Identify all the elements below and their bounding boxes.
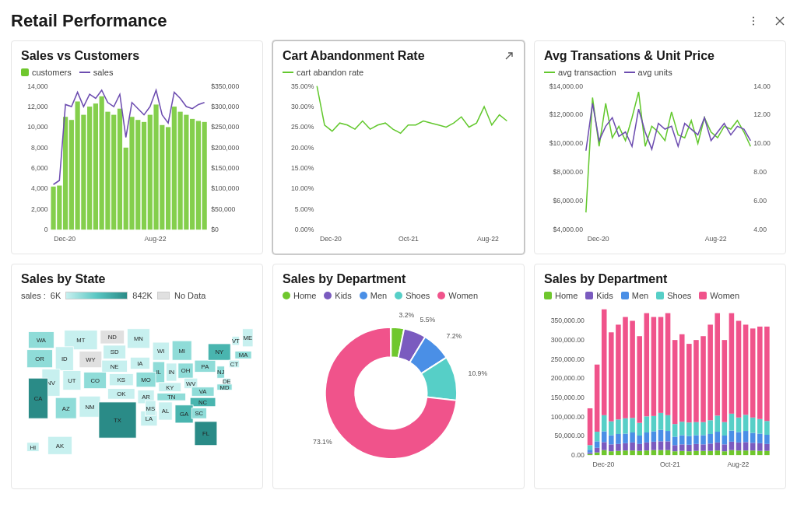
legend-shoes: Shoes	[406, 291, 430, 300]
svg-rect-220	[637, 337, 642, 423]
svg-text:14,000: 14,000	[27, 82, 48, 90]
svg-rect-235	[658, 317, 664, 413]
svg-point-2	[753, 24, 754, 26]
svg-rect-136	[29, 379, 48, 419]
sales-customers-chart: 02,0004,0006,0008,00010,00012,00014,000$…	[21, 80, 253, 244]
svg-rect-33	[135, 120, 140, 229]
svg-rect-44	[202, 122, 207, 229]
svg-text:$12,000.00: $12,000.00	[549, 110, 583, 118]
svg-rect-244	[672, 425, 678, 437]
card-sales-vs-customers: Sales vs Customers customers sales 02,00…	[11, 40, 263, 254]
legend-kids: Kids	[596, 291, 613, 300]
legend-customers: customers	[32, 68, 72, 77]
svg-rect-201	[616, 451, 621, 455]
card-title: Sales by Department	[283, 272, 514, 286]
svg-rect-272	[714, 443, 720, 450]
svg-rect-285	[729, 313, 735, 414]
gradient-bar	[65, 292, 128, 299]
svg-rect-287	[736, 443, 742, 450]
svg-rect-191	[602, 450, 607, 455]
svg-rect-258	[693, 436, 699, 444]
svg-point-0	[753, 17, 754, 19]
svg-rect-228	[651, 432, 657, 442]
map-legend-label: sales :	[21, 291, 46, 300]
svg-rect-206	[623, 451, 628, 456]
svg-text:Dec-20: Dec-20	[54, 235, 75, 243]
svg-rect-198	[609, 436, 614, 445]
svg-rect-98	[166, 363, 176, 381]
svg-rect-194	[602, 415, 607, 432]
svg-rect-290	[736, 321, 742, 418]
svg-rect-302	[757, 443, 763, 451]
close-icon[interactable]	[774, 15, 786, 27]
svg-rect-229	[651, 416, 657, 432]
svg-rect-264	[700, 422, 706, 436]
svg-rect-19	[51, 187, 55, 229]
svg-text:Aug-22: Aug-22	[728, 460, 750, 468]
more-icon[interactable]	[747, 15, 760, 27]
svg-text:$300,000: $300,000	[211, 103, 239, 110]
svg-rect-271	[714, 451, 720, 456]
svg-text:14.00: 14.00	[753, 82, 771, 90]
svg-text:6.00: 6.00	[753, 197, 767, 205]
svg-rect-124	[159, 383, 181, 392]
svg-rect-299	[750, 418, 756, 433]
card-sales-dept-bar: Sales by Department Home Kids Men Shoes …	[534, 264, 786, 489]
svg-rect-215	[630, 321, 635, 418]
svg-rect-189	[595, 432, 600, 442]
svg-rect-108	[243, 329, 253, 347]
svg-rect-34	[142, 122, 146, 229]
svg-rect-245	[672, 341, 678, 425]
svg-rect-190	[595, 365, 600, 432]
svg-rect-29	[111, 115, 116, 230]
svg-rect-72	[29, 332, 54, 348]
svg-rect-102	[195, 361, 216, 373]
svg-rect-279	[722, 422, 728, 436]
svg-text:$150,000: $150,000	[211, 164, 239, 172]
legend-men: Men	[370, 291, 387, 300]
svg-rect-110	[235, 352, 251, 359]
svg-rect-269	[707, 421, 713, 435]
svg-rect-303	[757, 434, 763, 443]
legend-trans: avg transaction	[558, 68, 616, 77]
svg-text:Oct-21: Oct-21	[398, 235, 419, 243]
svg-rect-227	[651, 442, 657, 450]
svg-rect-289	[736, 418, 742, 432]
svg-rect-23	[75, 101, 80, 229]
svg-rect-21	[63, 117, 68, 229]
svg-rect-297	[750, 443, 756, 451]
svg-text:8.00: 8.00	[753, 168, 767, 176]
svg-rect-248	[679, 436, 685, 445]
svg-rect-265	[700, 337, 706, 422]
legend: cart abandon rate	[283, 68, 514, 77]
svg-text:Dec-20: Dec-20	[588, 235, 609, 243]
svg-text:300,000.00: 300,000.00	[551, 337, 585, 345]
legend: Home Kids Men Shoes Women	[283, 291, 514, 300]
svg-text:$0: $0	[211, 226, 219, 233]
legend: Home Kids Men Shoes Women	[544, 291, 776, 300]
svg-rect-308	[764, 435, 770, 444]
svg-rect-247	[679, 445, 685, 451]
svg-rect-42	[190, 119, 195, 229]
svg-rect-35	[148, 115, 153, 230]
svg-rect-86	[153, 343, 169, 361]
svg-text:0.00: 0.00	[571, 451, 585, 459]
svg-rect-211	[630, 451, 635, 456]
svg-rect-88	[172, 341, 191, 361]
svg-text:30.00%: 30.00%	[291, 103, 314, 110]
svg-text:$250,000: $250,000	[211, 123, 239, 131]
svg-rect-39	[172, 107, 177, 229]
svg-rect-223	[644, 432, 650, 443]
svg-rect-260	[693, 341, 699, 423]
expand-icon[interactable]	[504, 51, 514, 65]
svg-rect-196	[609, 452, 614, 456]
svg-rect-148	[190, 398, 216, 408]
svg-rect-160	[191, 408, 206, 418]
svg-rect-246	[679, 451, 685, 455]
svg-rect-304	[757, 419, 763, 434]
svg-rect-31	[124, 148, 128, 229]
header-actions	[747, 15, 786, 27]
svg-text:$8,000.00: $8,000.00	[553, 168, 584, 176]
legend-shoes: Shoes	[667, 291, 691, 300]
svg-rect-164	[27, 443, 39, 452]
